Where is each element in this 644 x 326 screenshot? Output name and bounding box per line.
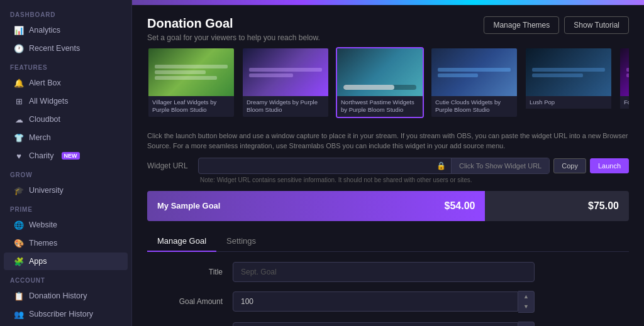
sidebar-item-cloudbot[interactable]: ☁ Cloudbot [4,111,128,128]
sidebar-item-label: Apps [29,257,47,266]
sidebar-item-merch[interactable]: 👕 Merch [4,129,128,146]
sidebar-item-website[interactable]: 🌐 Website [4,216,128,234]
tab-manage-goal[interactable]: Manage Goal [147,231,216,252]
sidebar-section-prime: Prime 🌐 Website 🎨 Themes 🧩 Apps [0,200,131,271]
widget-card-label: Fortnite [620,96,629,109]
sidebar-section-dashboard: Dashboard 📊 Analytics 🕐 Recent Events [0,5,131,58]
widget-url-actions: Copy Launch [553,158,629,173]
widget-card-villager-leaf[interactable]: Villager Leaf Widgets by Purple Bloom St… [147,47,235,118]
sidebar-item-subscriber-history[interactable]: 👥 Subscriber History [4,305,128,323]
cloudbot-icon: ☁ [14,114,24,124]
page-header: Donation Goal Set a goal for your viewer… [147,16,629,42]
copy-url-button[interactable]: Copy [553,158,586,173]
themes-icon: 🎨 [14,238,24,248]
widget-url-label: Widget URL [147,161,194,170]
launch-url-button[interactable]: Launch [590,158,629,173]
sidebar-section-label: Grow [0,165,131,181]
page-title-area: Donation Goal Set a goal for your viewer… [147,16,320,42]
sidebar-item-label: University [29,186,64,195]
content-area: Donation Goal Set a goal for your viewer… [132,5,644,326]
sidebar-item-themes[interactable]: 🎨 Themes [4,234,128,252]
sidebar-item-label: Recent Events [29,44,80,53]
goal-amount-decrement[interactable]: ▼ [518,302,534,312]
sidebar-section-features: Features 🔔 Alert Box ⊞ All Widgets ☁ Clo… [0,58,131,165]
widget-url-hint: Click To Show Widget URL [451,158,549,173]
sidebar-item-label: Themes [29,239,57,247]
website-icon: 🌐 [14,220,24,230]
sidebar-section-label: Features [0,58,131,73]
goal-preview-label: My Sample Goal [157,201,220,210]
university-icon: 🎓 [14,185,24,195]
page-subtitle: Set a goal for your viewers to help you … [147,33,320,42]
merch-icon: 👕 [14,133,24,143]
charity-icon: ♥ [14,151,24,161]
sidebar-item-charity[interactable]: ♥ Charity New [4,147,128,165]
widget-card-northwest[interactable]: Northwest Pastime Widgets by Purple Bloo… [336,47,424,118]
widget-card-image [243,48,328,96]
widget-card-label: Dreamy Widgets by Purple Bloom Studio [243,96,328,117]
sidebar-item-apps[interactable]: 🧩 Apps [4,253,128,270]
launch-instruction: Click the launch button below and use a … [147,131,629,151]
url-note: Note: Widget URL contains sensitive info… [147,177,629,183]
charity-new-badge: New [62,152,80,160]
starting-amount-wrapper: ▲ ▼ [233,322,535,326]
show-tutorial-button[interactable]: Show Tutorial [564,16,629,34]
widget-card-cutie-clouds[interactable]: Cutie Clouds Widgets by Purple Bloom Stu… [430,47,518,118]
sidebar-item-all-widgets[interactable]: ⊞ All Widgets [4,92,128,110]
manage-themes-button[interactable]: Manage Themes [484,16,559,34]
title-input[interactable] [233,262,535,282]
widget-card-image [620,48,629,96]
sidebar-item-donation-history[interactable]: 📋 Donation History [4,287,128,305]
tab-settings[interactable]: Settings [216,231,266,252]
widget-url-row: Widget URL 🔒 Click To Show Widget URL Co… [147,158,629,174]
header-buttons: Manage Themes Show Tutorial [484,16,629,34]
page-title: Donation Goal [147,16,320,31]
sidebar-item-recent-events[interactable]: 🕐 Recent Events [4,40,128,57]
sidebar-item-alert-box[interactable]: 🔔 Alert Box [4,74,128,92]
goal-preview-filled: My Sample Goal $54.00 [147,191,485,221]
sidebar-section-label: Account [0,271,131,286]
widget-url-input-wrapper: 🔒 Click To Show Widget URL [198,158,550,174]
widget-card-lush-pop[interactable]: Lush Pop [525,47,613,118]
sidebar-section-label: Dashboard [0,5,131,21]
main-content: Donation Goal Set a goal for your viewer… [132,0,644,326]
goal-amount-increment[interactable]: ▲ [518,291,534,302]
donation-history-icon: 📋 [14,291,24,301]
sidebar-item-settings[interactable]: ⚙ Settings [4,323,128,326]
starting-amount-increment[interactable]: ▲ [518,322,534,326]
goal-preview-remaining: $75.00 [485,191,629,221]
goal-amount-spinners: ▲ ▼ [518,291,535,313]
goal-amount-input[interactable] [233,291,518,312]
recent-events-icon: 🕐 [14,43,24,53]
sidebar-item-analytics[interactable]: 📊 Analytics [4,21,128,39]
sidebar-item-label: All Widgets [29,97,69,106]
alert-box-icon: 🔔 [14,78,24,88]
starting-amount-spinners: ▲ ▼ [518,322,535,326]
form-row-title: Title [147,262,629,282]
goal-preview: My Sample Goal $54.00 $75.00 [147,191,629,221]
widget-card-label: Northwest Pastime Widgets by Purple Bloo… [337,96,423,117]
subscriber-history-icon: 👥 [14,309,24,319]
widget-card-label: Villager Leaf Widgets by Purple Bloom St… [148,96,234,117]
widget-card-label: Cutie Clouds Widgets by Purple Bloom Stu… [431,96,517,117]
widget-card-dreamy[interactable]: Dreamy Widgets by Purple Bloom Studio [242,47,330,118]
sidebar-section-grow: Grow 🎓 University [0,165,131,200]
title-label: Title [147,268,223,276]
widget-card-fortnite[interactable]: Fortnite [619,47,629,118]
form-body: Title Goal Amount ▲ ▼ Starting Amount [147,262,629,326]
manage-tabs: Manage Goal Settings [147,231,629,252]
sidebar-item-label: Alert Box [29,79,61,87]
goal-amount-label: Goal Amount [147,297,223,306]
goal-preview-total: $75.00 [588,200,619,212]
sidebar-item-university[interactable]: 🎓 University [4,182,128,199]
top-banner [132,0,644,5]
starting-amount-input[interactable] [233,322,518,326]
sidebar-item-label: Analytics [29,26,60,35]
form-row-starting-amount: Starting Amount ▲ ▼ [147,322,629,326]
sidebar-section-label: Prime [0,200,131,215]
widget-card-image [148,48,234,96]
sidebar-item-label: Website [29,220,57,229]
analytics-icon: 📊 [14,25,24,35]
sidebar-item-label: Donation History [29,291,87,300]
widget-url-input[interactable] [199,158,431,173]
